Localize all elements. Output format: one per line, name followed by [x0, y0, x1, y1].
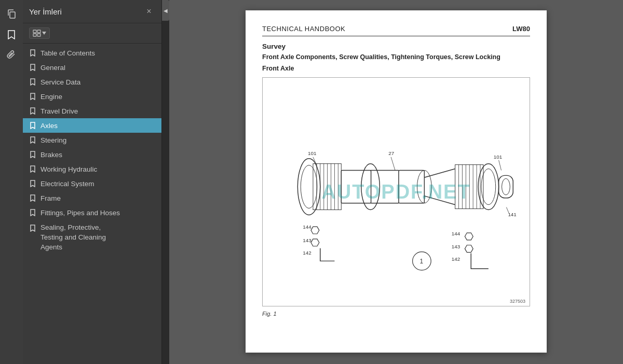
bookmark-label: Electrical System: [40, 180, 94, 188]
svg-rect-19: [399, 171, 424, 203]
bookmark-ribbon-icon: [29, 150, 36, 159]
svg-marker-40: [311, 227, 319, 234]
bookmarks-toolbar: [23, 23, 161, 44]
bookmark-ribbon-icon: [29, 208, 36, 217]
bookmarks-panel: Yer İmleri × Table of ContentsGeneralSer…: [23, 0, 162, 364]
svg-text:142: 142: [303, 250, 311, 256]
bookmark-item-electrical-system[interactable]: Electrical System: [23, 176, 161, 191]
svg-rect-2: [37, 30, 40, 33]
doc-model: LW80: [512, 25, 530, 33]
bookmarks-header: Yer İmleri ×: [23, 0, 161, 23]
svg-text:101: 101: [308, 150, 317, 156]
bookmark-ribbon-icon: [29, 92, 36, 101]
section-sub2: Front Axle: [262, 65, 530, 72]
svg-rect-1: [33, 30, 36, 33]
bookmark-label: Axles: [40, 122, 58, 130]
main-content: TECHNICAL HANDBOOK LW80 Survey Front Axl…: [169, 0, 623, 364]
svg-text:27: 27: [388, 150, 394, 156]
svg-text:144: 144: [452, 231, 461, 236]
bookmark-item-sealing-protective[interactable]: Sealing, Protective, Testing and Cleanin…: [23, 220, 161, 256]
bookmark-item-travel-drive[interactable]: Travel Drive: [23, 104, 161, 118]
bookmark-item-fittings-pipes-hoses[interactable]: Fittings, Pipes and Hoses: [23, 205, 161, 220]
section-subtitle: Front Axle Components, Screw Qualities, …: [262, 53, 530, 61]
svg-rect-16: [341, 171, 371, 203]
diagram-number: 327503: [510, 299, 525, 304]
svg-marker-51: [465, 233, 473, 240]
bookmark-label: Service Data: [40, 78, 80, 86]
section-title: Survey: [262, 43, 530, 50]
bookmark-item-working-hydraulic[interactable]: Working Hydraulic: [23, 162, 161, 176]
paperclip-icon[interactable]: [2, 46, 21, 64]
bookmark-ribbon-icon: [29, 165, 36, 173]
svg-text:143: 143: [452, 244, 461, 249]
svg-text:143: 143: [303, 237, 312, 243]
svg-line-38: [391, 157, 395, 171]
bookmark-item-service-data[interactable]: Service Data: [23, 75, 161, 89]
svg-text:142: 142: [452, 256, 460, 262]
bookmark-label: Travel Drive: [40, 107, 78, 115]
bookmark-ribbon-icon: [29, 224, 36, 232]
bookmark-ribbon-icon: [29, 78, 36, 86]
bookmark-label: Brakes: [40, 151, 62, 159]
document-page: TECHNICAL HANDBOOK LW80 Survey Front Axl…: [246, 10, 547, 353]
svg-line-21: [424, 169, 455, 178]
svg-line-22: [424, 196, 455, 205]
svg-text:1: 1: [419, 258, 423, 265]
bookmark-list: Table of ContentsGeneralService DataEngi…: [23, 44, 161, 364]
diagram-svg-wrapper: 101 27 144 143 142: [268, 83, 524, 301]
bookmark-label: Frame: [40, 194, 61, 202]
bookmark-label: Fittings, Pipes and Hoses: [40, 209, 120, 217]
bookmark-ribbon-icon: [29, 136, 36, 144]
doc-header: TECHNICAL HANDBOOK LW80: [262, 25, 530, 36]
svg-rect-33: [499, 175, 513, 198]
svg-point-6: [301, 165, 317, 208]
svg-point-34: [502, 178, 510, 195]
bookmark-item-axles[interactable]: Axles: [23, 118, 161, 133]
bookmark-ribbon-icon: [29, 194, 36, 202]
left-toolbar: [0, 0, 23, 364]
bookmark-item-engine[interactable]: Engine: [23, 89, 161, 104]
svg-text:141: 141: [508, 212, 517, 217]
copy-icon[interactable]: [2, 4, 21, 23]
svg-text:144: 144: [303, 224, 312, 230]
bookmark-label: Working Hydraulic: [40, 165, 97, 173]
bookmark-label: Engine: [40, 93, 62, 101]
bookmark-item-brakes[interactable]: Brakes: [23, 147, 161, 162]
bookmark-label: General: [40, 64, 65, 72]
bookmark-label: Steering: [40, 136, 66, 144]
collapse-handle[interactable]: ◀: [162, 0, 169, 21]
svg-rect-4: [37, 34, 40, 36]
bookmark-item-table-of-contents[interactable]: Table of Contents: [23, 46, 161, 60]
svg-marker-42: [311, 239, 319, 246]
close-button[interactable]: ×: [143, 5, 155, 18]
bookmark-icon[interactable]: [2, 25, 21, 44]
svg-rect-23: [455, 165, 483, 209]
fig-caption: Fig. 1: [262, 311, 530, 317]
svg-marker-53: [465, 245, 473, 253]
bookmark-ribbon-icon: [29, 49, 36, 57]
bookmark-ribbon-icon: [29, 179, 36, 188]
bookmark-label: Table of Contents: [40, 49, 95, 57]
svg-rect-3: [33, 34, 36, 36]
axle-diagram: 101 27 144 143 142: [268, 83, 524, 301]
bookmark-ribbon-icon: [29, 107, 36, 115]
svg-line-45: [499, 160, 502, 171]
bookmark-item-general[interactable]: General: [23, 60, 161, 75]
view-toggle-button[interactable]: [29, 27, 50, 39]
bookmark-ribbon-icon: [29, 121, 36, 130]
doc-title: TECHNICAL HANDBOOK: [262, 25, 345, 33]
bookmark-item-frame[interactable]: Frame: [23, 191, 161, 205]
bookmark-ribbon-icon: [29, 63, 36, 72]
svg-rect-0: [10, 12, 15, 18]
svg-text:101: 101: [494, 154, 503, 160]
diagram-container: AUTOPDF.NET: [262, 77, 530, 306]
bookmarks-title: Yer İmleri: [29, 7, 62, 16]
bookmark-label: Sealing, Protective, Testing and Cleanin…: [40, 223, 106, 253]
bookmark-item-steering[interactable]: Steering: [23, 133, 161, 147]
